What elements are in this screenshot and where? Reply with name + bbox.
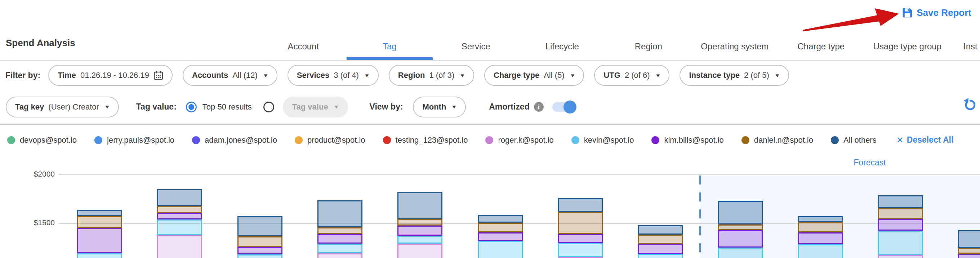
tag-key-dropdown[interactable]: Tag key (User) Creator ▼ (6, 97, 119, 118)
region-filter-pill[interactable]: Region 1 (of 3) ▼ (389, 65, 474, 86)
view-by-dropdown[interactable]: Month ▼ (413, 97, 466, 118)
tab-service[interactable]: Service (433, 33, 519, 60)
bar-segment-all-others[interactable] (638, 225, 683, 234)
bar-segment-kevin-spot-io[interactable] (558, 243, 603, 257)
bar-segment-kim-bills-spot-io[interactable] (398, 226, 442, 236)
legend-item-adam-jones-spot-io[interactable]: adam.jones@spot.io (192, 135, 277, 145)
stacked-bar-9[interactable] (718, 201, 763, 258)
legend-item-testing-123-spot-io[interactable]: testing_123@spot.io (383, 135, 468, 145)
stacked-bar-7[interactable] (558, 198, 603, 258)
charge-type-filter-pill[interactable]: Charge type All (5) ▼ (484, 65, 584, 86)
legend-item-kevin-spot-io[interactable]: kevin@spot.io (571, 135, 634, 145)
bar-segment-all-others[interactable] (77, 210, 122, 216)
bar-segment-kevin-spot-io[interactable] (317, 244, 363, 253)
bar-segment-roger-k-spot-io[interactable] (878, 255, 923, 258)
stacked-bar-6[interactable] (478, 215, 523, 258)
legend-item-all-others[interactable]: All others (831, 135, 877, 145)
bar-segment-kevin-spot-io[interactable] (878, 231, 923, 255)
bar-segment-kim-bills-spot-io[interactable] (798, 233, 843, 244)
bar-segment-all-others[interactable] (478, 215, 523, 223)
bar-segment-daniel-n-spot-io[interactable] (398, 219, 442, 226)
time-filter-pill[interactable]: Time 01.26.19 - 10.26.19 ▼ (48, 65, 173, 86)
save-report-button[interactable]: Save Report (902, 7, 971, 18)
bar-segment-kevin-spot-io[interactable] (398, 236, 442, 244)
deselect-all-button[interactable]: ✕Deselect All (896, 135, 954, 145)
bar-segment-kim-bills-spot-io[interactable] (237, 247, 282, 255)
bar-segment-daniel-n-spot-io[interactable] (638, 234, 683, 244)
info-icon[interactable]: i (534, 102, 544, 112)
stacked-bar-2[interactable] (157, 189, 202, 258)
tab-charge-type[interactable]: Charge type (778, 33, 864, 60)
bar-segment-all-others[interactable] (237, 216, 282, 236)
bar-segment-all-others[interactable] (157, 189, 202, 206)
bar-segment-daniel-n-spot-io[interactable] (958, 248, 980, 254)
bar-segment-roger-k-spot-io[interactable] (157, 235, 202, 258)
bar-segment-kevin-spot-io[interactable] (237, 255, 282, 258)
bar-segment-daniel-n-spot-io[interactable] (878, 208, 923, 219)
bar-segment-all-others[interactable] (958, 230, 980, 248)
tab-label: Region (635, 41, 662, 51)
bar-segment-kevin-spot-io[interactable] (157, 220, 202, 235)
tab-usage-type-group[interactable]: Usage type group (864, 33, 951, 60)
bar-segment-all-others[interactable] (317, 200, 363, 228)
instance-type-filter-pill[interactable]: Instance type 2 (of 5) ▼ (679, 65, 789, 86)
amortized-toggle[interactable] (552, 102, 575, 112)
bar-segment-kim-bills-spot-io[interactable] (558, 234, 603, 243)
stacked-bar-1[interactable] (77, 210, 122, 258)
bar-segment-kim-bills-spot-io[interactable] (317, 234, 363, 244)
bar-segment-kim-bills-spot-io[interactable] (478, 233, 523, 241)
bar-segment-roger-k-spot-io[interactable] (317, 253, 363, 258)
stacked-bar-12[interactable] (958, 230, 980, 258)
top-50-results-radio[interactable] (186, 102, 197, 112)
stacked-bar-3[interactable] (237, 216, 282, 258)
bar-segment-roger-k-spot-io[interactable] (398, 244, 442, 258)
legend-item-kim-bills-spot-io[interactable]: kim.bills@spot.io (651, 135, 724, 145)
tag-value-radio[interactable] (263, 102, 274, 112)
bar-segment-kim-bills-spot-io[interactable] (157, 213, 202, 220)
services-filter-pill[interactable]: Services 3 (of 4) ▼ (288, 65, 379, 86)
bar-segment-kim-bills-spot-io[interactable] (958, 254, 980, 258)
bar-segment-daniel-n-spot-io[interactable] (478, 223, 523, 233)
reset-button[interactable] (963, 98, 976, 111)
bar-segment-daniel-n-spot-io[interactable] (157, 206, 202, 213)
bar-segment-all-others[interactable] (558, 198, 603, 212)
tab-lifecycle[interactable]: Lifecycle (519, 33, 606, 60)
accounts-filter-pill[interactable]: Accounts All (12) ▼ (183, 65, 277, 86)
bar-segment-daniel-n-spot-io[interactable] (237, 236, 282, 247)
bar-segment-daniel-n-spot-io[interactable] (798, 222, 843, 233)
stacked-bar-11[interactable] (878, 195, 923, 258)
bar-segment-kim-bills-spot-io[interactable] (878, 219, 923, 231)
bar-segment-daniel-n-spot-io[interactable] (558, 212, 603, 234)
bar-segment-kevin-spot-io[interactable] (798, 244, 843, 258)
bar-segment-all-others[interactable] (798, 216, 843, 222)
bar-segment-daniel-n-spot-io[interactable] (718, 225, 763, 230)
bar-segment-kevin-spot-io[interactable] (77, 253, 122, 258)
bar-segment-kevin-spot-io[interactable] (718, 248, 763, 258)
tab-region[interactable]: Region (605, 33, 692, 60)
tab-inst[interactable]: Inst (950, 33, 977, 60)
bar-segment-kevin-spot-io[interactable] (638, 254, 683, 258)
tab-tag[interactable]: Tag (347, 33, 433, 60)
legend-item-product-spot-io[interactable]: product@spot.io (295, 135, 365, 145)
legend-item-roger-k-spot-io[interactable]: roger.k@spot.io (485, 135, 554, 145)
stacked-bar-10[interactable] (798, 216, 843, 258)
utg-filter-pill[interactable]: UTG 2 (of 6) ▼ (594, 65, 670, 86)
bar-segment-kevin-spot-io[interactable] (478, 241, 523, 258)
bar-segment-daniel-n-spot-io[interactable] (77, 216, 122, 228)
bar-segment-kim-bills-spot-io[interactable] (77, 228, 122, 253)
legend-item-jerry-pauls-spot-io[interactable]: jerry.pauls@spot.io (94, 135, 174, 145)
stacked-bar-8[interactable] (638, 225, 683, 258)
tab-account[interactable]: Account (260, 33, 347, 60)
bar-segment-daniel-n-spot-io[interactable] (317, 228, 363, 234)
stacked-bar-5[interactable] (398, 192, 442, 258)
bar-segment-kim-bills-spot-io[interactable] (638, 244, 683, 254)
bar-segment-all-others[interactable] (718, 201, 763, 225)
stacked-bar-4[interactable] (317, 200, 363, 258)
forecast-divider-dashed-line (699, 175, 701, 258)
bar-segment-all-others[interactable] (398, 192, 442, 219)
legend-item-devops-spot-io[interactable]: devops@spot.io (7, 135, 77, 145)
legend-item-daniel-n-spot-io[interactable]: daniel.n@spot.io (741, 135, 813, 145)
bar-segment-all-others[interactable] (878, 195, 923, 208)
tab-operating-system[interactable]: Operating system (692, 33, 778, 60)
bar-segment-kim-bills-spot-io[interactable] (718, 230, 763, 248)
